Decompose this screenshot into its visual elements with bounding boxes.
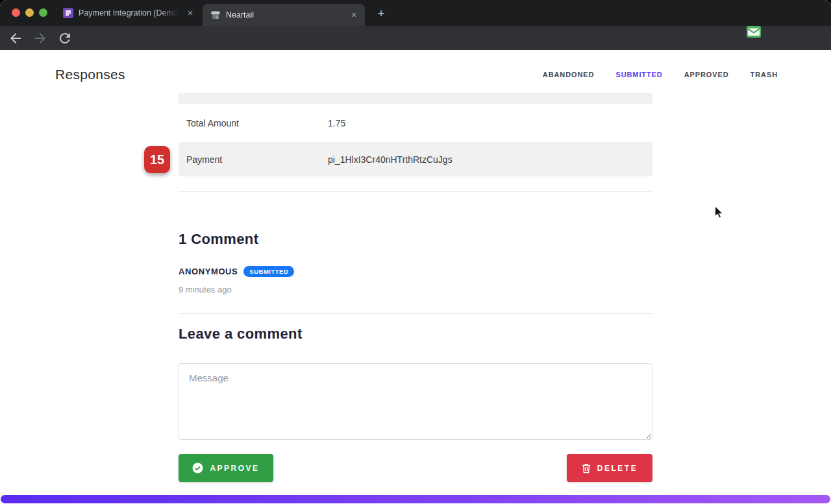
comments-heading: 1 Comment [179, 231, 258, 248]
field-label: Payment [179, 154, 328, 165]
reload-icon[interactable] [57, 30, 73, 46]
close-window-button[interactable] [12, 8, 20, 17]
browser-toolbar: neartail.com/task/107870735454189233937/… [0, 26, 831, 50]
comment-message-input[interactable] [179, 363, 652, 440]
check-circle-icon [192, 462, 203, 474]
tab-submitted[interactable]: SUBMITTED [615, 71, 662, 78]
zoom-window-button[interactable] [39, 8, 47, 17]
traffic-lights [12, 8, 47, 17]
tab-payment-integration[interactable]: Payment Integration (Demo) - G ✕ [55, 0, 201, 26]
google-forms-icon [63, 8, 73, 18]
delete-label: DELETE [597, 464, 638, 473]
close-tab-icon[interactable]: ✕ [348, 9, 360, 21]
new-tab-button[interactable]: + [373, 5, 390, 22]
approve-button[interactable]: APPROVE [179, 454, 273, 482]
status-badge: SUBMITTED [243, 266, 294, 277]
storefront-icon [210, 10, 221, 20]
table-row: Payment pi_1HlxI3Cr40nHTrthRtzCuJgs [179, 142, 652, 176]
field-value: pi_1HlxI3Cr40nHTrthRtzCuJgs [328, 154, 453, 165]
mouse-cursor [714, 205, 725, 221]
page-title: Responses [55, 67, 125, 82]
approve-label: APPROVE [210, 464, 259, 473]
field-value: 1.75 [328, 118, 345, 128]
back-icon[interactable] [8, 30, 23, 46]
bottom-gradient-bar [1, 495, 830, 503]
filter-nav: ABANDONED SUBMITTED APPROVED TRASH [543, 71, 778, 78]
tab-trash[interactable]: TRASH [750, 71, 778, 78]
tab-neartail[interactable]: Neartail ✕ [203, 4, 365, 26]
mail-extension-icon[interactable] [747, 26, 761, 38]
tab-title: Neartail [226, 10, 343, 19]
trash-icon [582, 463, 591, 474]
divider [179, 191, 652, 192]
tab-abandoned[interactable]: ABANDONED [543, 71, 595, 78]
tab-title: Payment Integration (Demo) - G [79, 8, 179, 18]
annotation-badge: 15 [144, 146, 170, 173]
field-label: Total Amount [179, 118, 328, 128]
comment-author: ANONYMOUS [179, 267, 238, 276]
table-row: Total Amount 1.75 [179, 105, 652, 141]
comment-item: ANONYMOUS SUBMITTED [179, 266, 294, 277]
close-tab-icon[interactable]: ✕ [184, 7, 196, 19]
partial-row [179, 93, 652, 104]
page-content: Responses ABANDONED SUBMITTED APPROVED T… [0, 50, 831, 504]
minimize-window-button[interactable] [25, 8, 34, 17]
leave-comment-heading: Leave a comment [179, 326, 303, 342]
forward-icon[interactable] [32, 30, 48, 46]
delete-button[interactable]: DELETE [567, 454, 652, 482]
divider [179, 313, 652, 314]
tab-approved[interactable]: APPROVED [684, 71, 729, 78]
browser-window: Payment Integration (Demo) - G ✕ Neartai… [0, 0, 831, 504]
tab-strip: Payment Integration (Demo) - G ✕ Neartai… [0, 0, 831, 26]
comment-timestamp: 9 minutes ago [179, 285, 232, 294]
